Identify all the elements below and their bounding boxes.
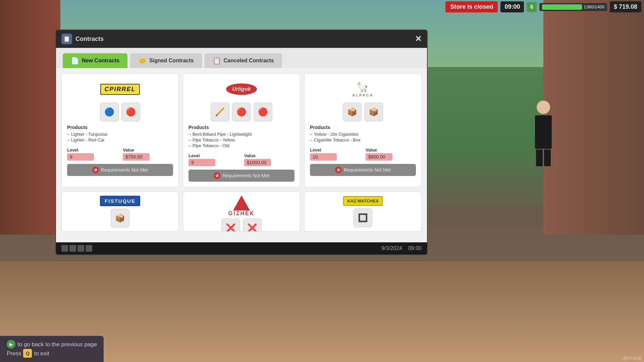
req-not-met-label: Requirements Not Met bbox=[344, 167, 391, 173]
hint-back-text: to go back to the previous page bbox=[17, 340, 97, 349]
contracts-dialog: 📋 Contracts ✕ 📄 New Contracts 🤝 Signed C… bbox=[55, 29, 428, 255]
xp-bar-track bbox=[542, 4, 582, 10]
product-thumbnails-urligok: 🪈 🔴 🔴 bbox=[189, 103, 294, 121]
contract-logo-kaz: KAZ MATCHES bbox=[343, 196, 383, 206]
alpaca-text: ALPACA bbox=[352, 93, 373, 97]
alpaca-icon: 🦙 bbox=[357, 81, 369, 93]
close-button[interactable]: ✕ bbox=[415, 35, 422, 43]
product-thumb-f1: 📦 bbox=[111, 209, 129, 228]
hint-bar: ▶ to go back to the previous page Press … bbox=[0, 336, 104, 362]
hint-q-key: Q bbox=[23, 349, 32, 358]
dialog-title-text: Contracts bbox=[75, 36, 104, 43]
contract-stats-alpaca: Level 10 Value $800.00 bbox=[310, 147, 416, 161]
req-not-met-label: Requirements Not Met bbox=[222, 173, 269, 178]
product-thumb-tobacco2: 🔴 bbox=[254, 103, 272, 121]
req-icon: ⊘ bbox=[335, 167, 342, 173]
contract-stats-urligok: Level 9 Value $1000.00 bbox=[189, 153, 294, 166]
tab-new-contracts[interactable]: 📄 New Contracts bbox=[63, 53, 127, 68]
products-label: Products bbox=[310, 125, 416, 130]
stat-value: Value $750.00 bbox=[123, 147, 173, 161]
gizhek-text: GIZHEK bbox=[228, 210, 255, 217]
footer-square-4 bbox=[86, 245, 92, 252]
tab-new-label: New Contracts bbox=[82, 58, 119, 64]
hud-level: 6 bbox=[527, 2, 537, 12]
product-thumbnails-kaz: 🔲 bbox=[354, 208, 372, 227]
contract-card-gizhek: GIZHEK ❌ ❌ bbox=[183, 191, 300, 232]
req-not-met-button-urligok[interactable]: ⊘ Requirements Not Met bbox=[189, 170, 294, 182]
footer-icons bbox=[61, 245, 92, 252]
level-value: 9 bbox=[189, 159, 215, 166]
product-thumb-g1: ❌ bbox=[221, 219, 240, 232]
brand-cpirrel: CPIRREL bbox=[100, 84, 140, 95]
contract-logo-alpaca: 🦙 ALPACA bbox=[310, 79, 416, 99]
footer-date-value: 9/3/2024 bbox=[381, 245, 402, 251]
product-thumb-cig2: 📦 bbox=[364, 103, 383, 121]
footer-datetime: 9/3/2024 09:00 bbox=[381, 245, 422, 251]
product-thumb-tobacco1: 🔴 bbox=[232, 103, 251, 121]
product-thumb-g2: ❌ bbox=[243, 219, 262, 232]
contract-card-cpirrel: CPIRREL 🔵 🔴 Products Lighter - Turquoise… bbox=[61, 73, 179, 187]
xp-bar-fill bbox=[542, 4, 582, 10]
building-left bbox=[0, 0, 60, 235]
req-not-met-button-cpirrel[interactable]: ⊘ Requirements Not Met bbox=[67, 164, 173, 176]
product-item-1: Bent Billiard Pipe - Lightweight bbox=[189, 131, 294, 137]
tab-signed-contracts[interactable]: 🤝 Signed Contracts bbox=[130, 53, 202, 68]
brand-fistuque: FISTUQUE bbox=[100, 196, 140, 206]
product-thumb-k1: 🔲 bbox=[354, 208, 372, 227]
tab-bar: 📄 New Contracts 🤝 Signed Contracts 📋 Can… bbox=[56, 48, 427, 68]
contract-card-alpaca: 🦙 ALPACA 📦 📦 Products Yellow - 20s Cigar… bbox=[304, 73, 422, 187]
req-not-met-button-alpaca[interactable]: ⊘ Requirements Not Met bbox=[310, 164, 416, 176]
product-thumb-1: 🔵 bbox=[100, 103, 119, 121]
contract-logo-urligok: Urligok bbox=[189, 79, 294, 99]
brand-kaz: KAZ MATCHES bbox=[343, 196, 383, 206]
dialog-titlebar: 📋 Contracts ✕ bbox=[56, 30, 427, 48]
stat-value: Value $800.00 bbox=[366, 147, 416, 161]
tab-canceled-label: Canceled Contracts bbox=[224, 58, 274, 64]
product-thumb-cig1: 📦 bbox=[343, 103, 362, 121]
npc-body bbox=[535, 115, 552, 149]
product-item-2: Lighter - Red Car bbox=[67, 137, 173, 143]
level-label: Level bbox=[67, 147, 117, 153]
npc-leg-right bbox=[544, 149, 551, 166]
value-label: Value bbox=[123, 147, 173, 153]
content-area[interactable]: CPIRREL 🔵 🔴 Products Lighter - Turquoise… bbox=[56, 68, 427, 242]
contract-stats-cpirrel: Level 9 Value $750.00 bbox=[67, 147, 173, 161]
store-status-badge: Store is closed bbox=[445, 1, 498, 12]
stat-level: Level 10 bbox=[310, 147, 360, 161]
hint-back: ▶ to go back to the previous page bbox=[7, 340, 97, 349]
level-value: 9 bbox=[67, 153, 94, 161]
products-label: Products bbox=[67, 125, 173, 130]
hint-exit: Press Q to exit bbox=[7, 349, 97, 358]
stat-level: Level 9 bbox=[189, 153, 239, 166]
products-section-cpirrel: Products Lighter - Turquoise Lighter - R… bbox=[67, 125, 173, 143]
hud-time: 09:00 bbox=[500, 1, 524, 12]
product-thumb-2: 🔴 bbox=[121, 103, 140, 121]
product-item-1: Yellow - 20s Cigarettes bbox=[310, 131, 416, 137]
value-amount: $750.00 bbox=[123, 153, 150, 161]
req-icon: ⊘ bbox=[214, 172, 220, 179]
version-text: v[0.0.019] bbox=[622, 356, 641, 361]
dialog-title-area: 📋 Contracts bbox=[61, 34, 104, 44]
product-item-1: Lighter - Turquoise bbox=[67, 131, 173, 137]
product-item-3: Pipe Tobacco - Old bbox=[189, 143, 294, 148]
product-item-2: Cigarette Tobacco - Box bbox=[310, 137, 416, 143]
level-label: Level bbox=[189, 153, 239, 158]
tab-canceled-icon: 📋 bbox=[213, 57, 221, 65]
dialog-footer: 9/3/2024 09:00 bbox=[56, 242, 427, 254]
products-section-alpaca: Products Yellow - 20s Cigarettes Cigaret… bbox=[310, 125, 416, 143]
value-amount: $800.00 bbox=[366, 153, 392, 161]
npc-legs bbox=[530, 149, 557, 166]
footer-square-2 bbox=[69, 245, 76, 252]
xp-text: 1380/1400 bbox=[584, 4, 604, 9]
hint-exit-text: to exit bbox=[34, 349, 49, 358]
product-thumbnails-cpirrel: 🔵 🔴 bbox=[67, 103, 173, 121]
hud-xp-bar: 1380/1400 bbox=[539, 3, 607, 11]
product-thumbnails-alpaca: 📦 📦 bbox=[310, 103, 416, 121]
level-value: 10 bbox=[310, 153, 337, 161]
value-amount: $1000.00 bbox=[244, 159, 271, 166]
stat-level: Level 9 bbox=[67, 147, 117, 161]
contract-card-urligok: Urligok 🪈 🔴 🔴 Products Bent Billiard Pip… bbox=[183, 73, 300, 187]
product-thumbnails-gizhek: ❌ ❌ bbox=[221, 219, 262, 232]
tab-canceled-contracts[interactable]: 📋 Canceled Contracts bbox=[205, 53, 282, 68]
tab-signed-icon: 🤝 bbox=[138, 57, 147, 65]
